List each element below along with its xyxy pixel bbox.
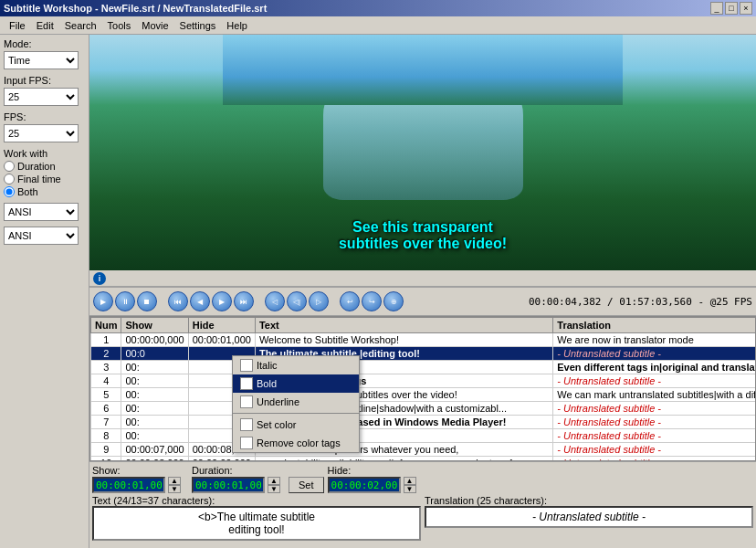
cell-num: 7 xyxy=(91,416,121,429)
table-row[interactable]: 2 00:0 The ultimate subtitle |editing to… xyxy=(91,347,756,361)
ctx-underline[interactable]: Underline xyxy=(233,393,359,411)
next-sub-button[interactable]: ▷ xyxy=(309,291,329,311)
show-field-group: Show: 00:00:01,000 ▲ ▼ xyxy=(92,465,181,493)
cell-num: 2 xyxy=(91,347,121,361)
table-row[interactable]: 8 00: It is native DirectX! - Untranslat… xyxy=(91,429,756,443)
duration-field[interactable]: 00:00:01,000 xyxy=(192,477,265,493)
table-row[interactable]: 9 00:00:07,000 00:00:08,000 Subtitle Wor… xyxy=(91,443,756,457)
duration-up-btn[interactable]: ▲ xyxy=(268,477,280,485)
table-scroll[interactable]: Num Show Hide Text Translation 1 00:00:0… xyxy=(90,317,755,460)
menu-search[interactable]: Search xyxy=(59,18,102,33)
cell-show: 00:00:08,000 xyxy=(121,457,188,461)
window-controls: _ □ × xyxy=(710,2,752,15)
table-row[interactable]: 6 00: Subtitles may have outline|shadow|… xyxy=(91,402,756,416)
finaltime-radio[interactable] xyxy=(4,174,15,184)
finaltime-label: Final time xyxy=(17,174,61,184)
input-fps-label: Input FPS: xyxy=(4,75,85,86)
subtitle-table-container: Num Show Hide Text Translation 1 00:00:0… xyxy=(89,316,756,461)
show-down-btn[interactable]: ▼ xyxy=(168,485,181,493)
cell-num: 10 xyxy=(91,457,121,461)
cell-trans: Even different tags in|original and tran… xyxy=(553,361,755,374)
hide-field[interactable]: 00:00:02,000 xyxy=(328,477,401,493)
close-button[interactable]: × xyxy=(740,2,752,15)
cell-num: 9 xyxy=(91,443,121,457)
table-row[interactable]: 10 00:00:08,000 00:00:09,000 speed, stab… xyxy=(91,457,756,461)
menu-settings[interactable]: Settings xyxy=(174,18,222,33)
cell-show: 00: xyxy=(121,429,188,443)
trans-edit-area[interactable]: - Untranslated subtitle - xyxy=(425,506,753,528)
cell-trans: - Untranslated subtitle - xyxy=(553,347,755,361)
main-container: Mode: Time Input FPS: 25 FPS: 25 Work wi… xyxy=(0,35,756,548)
cell-trans: We are now in translator mode xyxy=(553,333,755,347)
rewind-fast-button[interactable]: ⏮ xyxy=(168,291,188,311)
menu-edit[interactable]: Edit xyxy=(31,18,59,33)
table-row[interactable]: 7 00: Video player is not based in Windo… xyxy=(91,416,756,429)
text-edit-area[interactable]: <b>The ultimate subtitle editing tool! xyxy=(92,506,421,541)
cell-show: 00: xyxy=(121,388,188,402)
bottom-area: Show: 00:00:01,000 ▲ ▼ Duration: 00:00:0… xyxy=(89,461,756,548)
cell-hide: 00:00:01,000 xyxy=(188,333,255,347)
table-row[interactable]: 4 00: Including COLOR tags - Untranslate… xyxy=(91,374,756,388)
ctx-bold[interactable]: ✓ Bold xyxy=(233,374,359,393)
show-up-btn[interactable]: ▲ xyxy=(168,477,181,485)
italic-checkbox xyxy=(240,359,253,372)
col-header-show: Show xyxy=(121,318,188,333)
ctx-remove-color[interactable]: Remove color tags xyxy=(233,434,359,452)
bold-checkbox: ✓ xyxy=(240,377,253,390)
menu-tools[interactable]: Tools xyxy=(102,18,137,33)
mode-label: Mode: xyxy=(4,38,85,49)
cell-trans: - Untranslated subtitle - xyxy=(553,374,755,388)
encoding2-select[interactable]: ANSI xyxy=(4,227,79,245)
both-radio-row: Both xyxy=(4,186,85,197)
cell-show: 00: xyxy=(121,374,188,388)
cell-trans: - Untranslated subtitle - xyxy=(553,443,755,457)
finaltime-radio-row: Final time xyxy=(4,174,85,184)
input-fps-select[interactable]: 25 xyxy=(4,88,79,106)
mode-select[interactable]: Time xyxy=(4,51,79,69)
duration-radio[interactable] xyxy=(4,161,15,172)
ctx-italic-label: Italic xyxy=(257,360,278,371)
menu-file[interactable]: File xyxy=(4,18,31,33)
table-row[interactable]: 5 00: See this transparent|subtitles ove… xyxy=(91,388,756,402)
forward-button[interactable]: ▶ xyxy=(212,291,232,311)
transport-bar: ▶ ⏸ ⏹ ⏮ ◀ ▶ ⏭ ◁ ◁| ▷ ↩ ↪ ⊕ 00:00:04,382 … xyxy=(89,287,756,316)
menu-help[interactable]: Help xyxy=(221,18,253,33)
duration-down-btn[interactable]: ▼ xyxy=(268,485,280,493)
encoding1-select[interactable]: ANSI xyxy=(4,203,79,221)
both-radio[interactable] xyxy=(4,186,15,197)
forward-fast-button[interactable]: ⏭ xyxy=(234,291,254,311)
ctx-italic[interactable]: Italic xyxy=(233,356,359,374)
menu-movie[interactable]: Movie xyxy=(136,18,173,33)
minimize-button[interactable]: _ xyxy=(710,2,723,15)
cell-show: 00:00:00,000 xyxy=(121,333,188,347)
hide-down-btn[interactable]: ▼ xyxy=(404,485,416,493)
ctx-set-color[interactable]: Set color xyxy=(233,416,359,434)
snap-button[interactable]: ⊕ xyxy=(383,291,404,311)
col-header-num: Num xyxy=(91,318,121,333)
fps-select[interactable]: 25 xyxy=(4,124,79,142)
table-row[interactable]: 3 00: Support for tags Even different ta… xyxy=(91,361,756,374)
mark-in-button[interactable]: ↩ xyxy=(340,291,360,311)
rewind-button[interactable]: ◀ xyxy=(190,291,210,311)
cell-text: speed, stability, reliability, and|of co… xyxy=(255,457,552,461)
pause-button[interactable]: ⏸ xyxy=(115,291,135,311)
bottom-row1: Show: 00:00:01,000 ▲ ▼ Duration: 00:00:0… xyxy=(92,465,753,493)
play-button[interactable]: ▶ xyxy=(93,291,113,311)
hide-up-btn[interactable]: ▲ xyxy=(404,477,416,485)
cell-trans: - Untranslated subtitle - xyxy=(553,416,755,429)
fps-label: FPS: xyxy=(4,111,85,122)
hide-label: Hide: xyxy=(328,465,416,476)
duration-label: Duration xyxy=(17,161,56,172)
cell-num: 4 xyxy=(91,374,121,388)
table-row[interactable]: 1 00:00:00,000 00:00:01,000 Welcome to S… xyxy=(91,333,756,347)
show-field[interactable]: 00:00:01,000 xyxy=(92,477,165,493)
set-button[interactable]: Set xyxy=(289,477,324,493)
mark-out-button[interactable]: ↪ xyxy=(362,291,382,311)
hide-field-group: Hide: 00:00:02,000 ▲ ▼ xyxy=(328,465,416,493)
prev-sub-button[interactable]: ◁ xyxy=(265,291,285,311)
goto-sub-button[interactable]: ◁| xyxy=(287,291,307,311)
cell-show: 00: xyxy=(121,402,188,416)
maximize-button[interactable]: □ xyxy=(725,2,738,15)
ctx-set-color-label: Set color xyxy=(257,419,296,430)
stop-button[interactable]: ⏹ xyxy=(137,291,157,311)
